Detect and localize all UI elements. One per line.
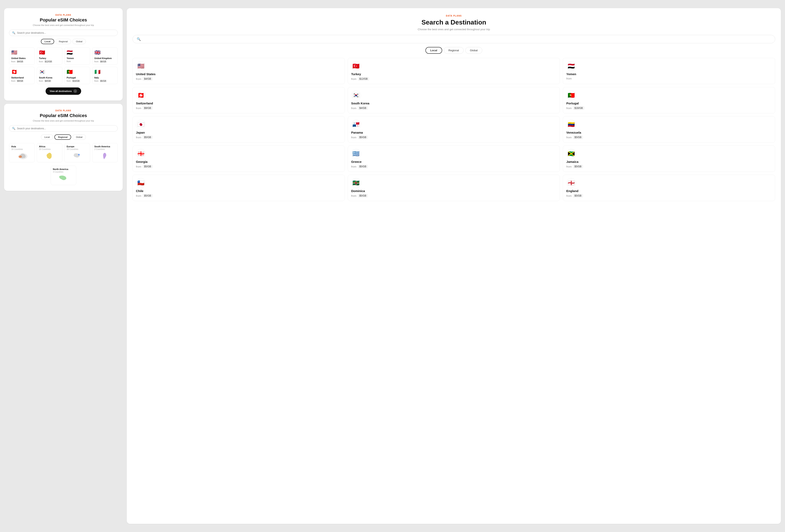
right-name-jp: Japan <box>136 131 341 134</box>
dest-uk[interactable]: 🇬🇧 United Kingdom from$6/GB <box>92 47 118 65</box>
dest-south-korea[interactable]: 🇰🇷 South Korea from$4/GB <box>37 67 62 84</box>
dest-name-ch: Switzerland <box>11 76 32 79</box>
top-search-input[interactable] <box>17 31 115 34</box>
right-name-tr: Turkey <box>351 72 557 76</box>
right-tab-local[interactable]: Local <box>425 47 442 54</box>
right-dest-ye[interactable]: 🇾🇪 Yemen from <box>563 58 775 84</box>
right-flag-ve: 🇻🇪 <box>566 120 576 130</box>
right-dest-pt[interactable]: 🇵🇹 Portugal from$16/GB <box>563 87 775 113</box>
right-flag-tr: 🇹🇷 <box>351 61 361 71</box>
right-flag-ye: 🇾🇪 <box>566 61 576 71</box>
right-dest-us[interactable]: 🇺🇸 United States from$4/GB <box>132 58 345 84</box>
right-dest-dm[interactable]: 🇩🇲 Dominica from$5/GB <box>348 175 560 201</box>
dest-italy[interactable]: 🇮🇹 Italy from$5/GB <box>92 67 118 84</box>
region-count-north-america: 3 Countries <box>53 171 74 173</box>
region-count-south-america: 2 Countries <box>95 148 116 150</box>
flag-tr: 🇹🇷 <box>39 50 60 55</box>
bottom-tabs: Local Regional Global <box>9 134 118 140</box>
region-name-asia: Asia <box>11 145 32 148</box>
bottom-card-title: Popular eSIM Choices <box>9 113 118 118</box>
dest-yemen[interactable]: 🇾🇪 Yemen from <box>65 47 90 65</box>
right-dest-en[interactable]: 🏴󠁧󠁢󠁥󠁮󠁧󠁿 England from$5/GB <box>563 175 775 201</box>
right-price-jp: from$5/GB <box>136 135 341 139</box>
right-price-dm: from$5/GB <box>351 194 557 197</box>
right-section-label: DATA PLANS <box>132 15 775 17</box>
right-name-pa: Panama <box>351 131 557 134</box>
right-dest-ch[interactable]: 🇨🇭 Switzerland from$9/GB <box>132 87 345 113</box>
bottom-card-subtitle: Choose the best ones and get connected t… <box>9 119 118 122</box>
right-panel: DATA PLANS Search a Destination Choose t… <box>127 8 781 524</box>
right-price-cl: from$5/GB <box>136 194 341 197</box>
right-flag-cl: 🇨🇱 <box>136 178 146 188</box>
flag-ye: 🇾🇪 <box>67 50 88 55</box>
right-flag-jp: 🇯🇵 <box>136 120 146 130</box>
right-price-en: from$5/GB <box>566 194 772 197</box>
flag-it: 🇮🇹 <box>95 69 116 75</box>
right-name-cl: Chile <box>136 189 341 193</box>
right-price-kr: from$4/GB <box>351 106 557 110</box>
region-map-south-america <box>95 152 116 160</box>
dest-name-gb: United Kingdom <box>95 57 116 59</box>
region-name-north-america: North America <box>53 168 74 170</box>
right-name-kr: South Korea <box>351 102 557 105</box>
view-all-button[interactable]: View all destinations → <box>46 87 81 95</box>
region-europe[interactable]: Europe 39 Countries <box>65 143 90 162</box>
dest-price-tr: from$12/GB <box>39 60 60 63</box>
right-dest-jp[interactable]: 🇯🇵 Japan from$5/GB <box>132 116 345 142</box>
flag-gb: 🇬🇧 <box>95 50 116 55</box>
region-africa[interactable]: Africa 26 Countries <box>37 143 62 162</box>
right-flag-jm: 🇯🇲 <box>566 149 576 159</box>
dest-name-it: Italy <box>95 76 116 79</box>
dest-switzerland[interactable]: 🇨🇭 Switzerland from$9/GB <box>9 67 35 84</box>
right-dest-jm[interactable]: 🇯🇲 Jamaica from$5/GB <box>563 145 775 172</box>
dest-united-states[interactable]: 🇺🇸 United States from$4/GB <box>9 47 35 65</box>
right-subtitle: Choose the best ones and get connected t… <box>132 28 775 31</box>
right-name-ge: Georgia <box>136 160 341 163</box>
region-map-asia <box>11 152 32 160</box>
search-icon-bottom: 🔍 <box>12 127 15 130</box>
right-dest-pa[interactable]: 🇵🇦 Panama from$5/GB <box>348 116 560 142</box>
right-flag-dm: 🇩🇲 <box>351 178 361 188</box>
dest-name-pt: Portugal <box>67 76 88 79</box>
region-count-europe: 39 Countries <box>67 148 88 150</box>
region-south-america[interactable]: South America 2 Countries <box>92 143 118 162</box>
top-card-subtitle: Choose the best ones and get connected t… <box>9 24 118 26</box>
bottom-search-bar[interactable]: 🔍 <box>9 125 118 132</box>
tab-regional[interactable]: Regional <box>55 39 71 44</box>
dest-turkey[interactable]: 🇹🇷 Turkey from$12/GB <box>37 47 62 65</box>
right-dest-ge[interactable]: 🇬🇪 Georgia from$5/GB <box>132 145 345 172</box>
top-search-bar[interactable]: 🔍 <box>9 30 118 36</box>
right-dest-ve[interactable]: 🇻🇪 Venezuela from$5/GB <box>563 116 775 142</box>
bottom-search-input[interactable] <box>17 127 115 130</box>
right-name-gr: Greece <box>351 160 557 163</box>
flag-pt: 🇵🇹 <box>67 69 88 75</box>
region-map-north-america <box>53 175 74 183</box>
right-dest-cl[interactable]: 🇨🇱 Chile from$5/GB <box>132 175 345 201</box>
bottom-tab-regional[interactable]: Regional <box>54 134 71 140</box>
right-tab-global[interactable]: Global <box>465 47 482 54</box>
right-dest-kr[interactable]: 🇰🇷 South Korea from$4/GB <box>348 87 560 113</box>
region-name-europe: Europe <box>67 145 88 148</box>
dest-price-it: from$5/GB <box>95 80 116 82</box>
region-asia[interactable]: Asia 16 Countries <box>9 143 35 162</box>
bottom-tab-local[interactable]: Local <box>41 134 53 140</box>
flag-kr: 🇰🇷 <box>39 69 60 75</box>
right-search-bar[interactable]: 🔍 <box>132 35 775 43</box>
region-name-south-america: South America <box>95 145 116 148</box>
right-search-input[interactable] <box>143 37 771 41</box>
tab-local[interactable]: Local <box>41 39 54 44</box>
region-north-america[interactable]: North America 3 Countries <box>51 166 76 185</box>
tab-global[interactable]: Global <box>72 39 86 44</box>
right-tab-regional[interactable]: Regional <box>444 47 464 54</box>
right-dest-tr[interactable]: 🇹🇷 Turkey from$12/GB <box>348 58 560 84</box>
right-flag-kr: 🇰🇷 <box>351 90 361 100</box>
search-icon: 🔍 <box>12 31 15 34</box>
dest-portugal[interactable]: 🇵🇹 Portugal from$16/GB <box>65 67 90 84</box>
view-all-label: View all destinations <box>50 90 72 92</box>
flag-us: 🇺🇸 <box>11 50 32 55</box>
top-tabs: Local Regional Global <box>9 39 118 44</box>
bottom-tab-global[interactable]: Global <box>72 134 86 140</box>
right-price-ve: from$5/GB <box>566 135 772 139</box>
right-dest-gr[interactable]: 🇬🇷 Greece from$5/GB <box>348 145 560 172</box>
dest-name-ye: Yemen <box>67 57 88 59</box>
